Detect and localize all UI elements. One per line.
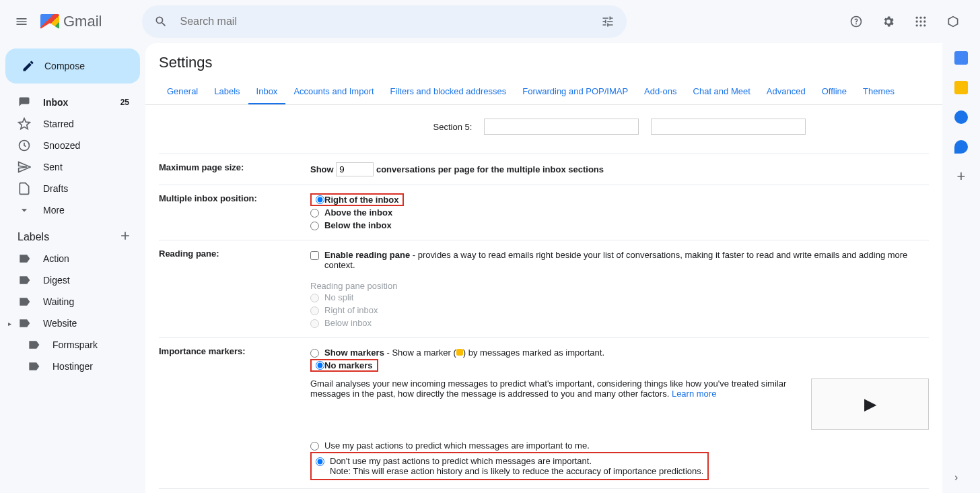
importance-video-thumb[interactable]: ▶: [811, 379, 929, 430]
pencil-icon: [22, 59, 35, 73]
sidebar-item-starred[interactable]: Starred: [0, 113, 145, 135]
dont-use-past-label: Don't use my past actions to predict whi…: [330, 456, 592, 466]
show-markers-desc2: ) by messages marked as important.: [463, 348, 604, 358]
dont-use-past-note: Note: This will erase action history and…: [330, 466, 703, 476]
plus-icon: [118, 229, 132, 242]
top-bar: Gmail: [0, 0, 980, 43]
svg-point-2: [923, 17, 925, 19]
account-cube-icon: [946, 15, 960, 28]
show-markers-label: Show markers: [324, 348, 384, 358]
sidebar-item-inbox[interactable]: Inbox 25: [0, 92, 145, 113]
section-5-label: Section 5:: [433, 122, 473, 132]
tab-general[interactable]: General: [159, 79, 206, 104]
tab-labels[interactable]: Labels: [206, 79, 248, 104]
hamburger-icon: [15, 15, 28, 28]
enable-reading-pane-desc: - provides a way to read emails right be…: [324, 250, 907, 270]
sidebar-item-sent[interactable]: Sent: [0, 156, 145, 178]
tab-themes[interactable]: Themes: [855, 79, 903, 104]
calendar-app-icon[interactable]: [954, 51, 968, 65]
multi-position-label: Multiple inbox position:: [159, 193, 310, 232]
label-website[interactable]: Website: [0, 313, 145, 334]
label-formspark[interactable]: Formspark: [0, 334, 145, 356]
label-text: Waiting: [43, 296, 74, 307]
top-icons: [843, 8, 975, 35]
label-digest[interactable]: Digest: [0, 269, 145, 291]
contacts-app-icon[interactable]: [954, 140, 968, 154]
search-bar[interactable]: [142, 5, 627, 38]
label-icon: [27, 338, 40, 352]
tasks-app-icon[interactable]: [954, 110, 968, 124]
gmail-logo-text: Gmail: [63, 13, 102, 30]
sidebar-item-snoozed[interactable]: Snoozed: [0, 135, 145, 156]
add-app-button[interactable]: +: [954, 170, 968, 183]
search-options-button[interactable]: [594, 15, 621, 28]
rp-nosplit-label: No split: [324, 292, 929, 302]
sidebar-item-label: Drafts: [43, 183, 68, 194]
label-text: Action: [43, 253, 69, 264]
tab-forwarding[interactable]: Forwarding and POP/IMAP: [514, 79, 636, 104]
send-icon: [18, 160, 31, 174]
rp-below-radio: [310, 319, 319, 328]
account-button[interactable]: [940, 8, 967, 35]
sidebar-item-label: Sent: [43, 162, 63, 172]
label-action[interactable]: Action: [0, 248, 145, 269]
label-waiting[interactable]: Waiting: [0, 291, 145, 313]
label-icon: [18, 273, 31, 287]
apps-button[interactable]: [907, 8, 934, 35]
help-icon: [849, 15, 863, 28]
label-icon: [27, 360, 40, 373]
support-button[interactable]: [843, 8, 870, 35]
importance-markers-label: Importance markers:: [159, 346, 310, 480]
sidebar-item-label: More: [43, 205, 65, 216]
multi-position-right-radio[interactable]: [316, 195, 324, 204]
no-markers-radio[interactable]: [316, 361, 324, 370]
enable-reading-pane-checkbox[interactable]: [310, 251, 319, 260]
label-icon: [18, 295, 31, 308]
gmail-logo[interactable]: Gmail: [40, 13, 102, 30]
sidebar-item-drafts[interactable]: Drafts: [0, 178, 145, 199]
svg-point-3: [916, 20, 918, 22]
inbox-count: 25: [120, 98, 129, 107]
label-icon: [18, 252, 31, 265]
label-hostinger[interactable]: Hostinger: [0, 356, 145, 377]
tab-addons[interactable]: Add-ons: [636, 79, 685, 104]
keep-app-icon[interactable]: [954, 81, 968, 94]
use-past-radio[interactable]: [310, 442, 319, 451]
search-input[interactable]: [174, 15, 594, 28]
settings-tabs: General Labels Inbox Accounts and Import…: [145, 79, 942, 105]
tune-icon: [601, 15, 615, 28]
tab-chat[interactable]: Chat and Meet: [685, 79, 759, 104]
tab-advanced[interactable]: Advanced: [759, 79, 814, 104]
max-page-size-label: Maximum page size:: [159, 162, 310, 176]
show-markers-radio[interactable]: [310, 349, 319, 358]
no-markers-label: No markers: [324, 360, 373, 370]
side-panel: + ›: [942, 43, 980, 493]
add-label-button[interactable]: [118, 229, 132, 245]
chevron-down-icon: [18, 203, 31, 217]
section-5-input-right[interactable]: [651, 119, 806, 135]
page-size-input[interactable]: [336, 162, 374, 176]
collapse-panel-button[interactable]: ›: [954, 471, 968, 485]
search-wrap: [142, 5, 627, 38]
learn-more-link[interactable]: Learn more: [672, 389, 716, 399]
tab-inbox[interactable]: Inbox: [248, 79, 286, 104]
sidebar-item-more[interactable]: More: [0, 199, 145, 221]
section-5-input-left[interactable]: [484, 119, 639, 135]
reading-pane-label: Reading pane:: [159, 249, 310, 329]
tab-accounts[interactable]: Accounts and Import: [285, 79, 382, 104]
settings-button[interactable]: [875, 8, 902, 35]
tab-offline[interactable]: Offline: [814, 79, 855, 104]
rp-nosplit-radio: [310, 294, 319, 302]
dont-use-past-radio[interactable]: [316, 457, 324, 466]
gear-icon: [882, 15, 895, 28]
labels-header: Labels: [0, 221, 145, 248]
svg-point-1: [919, 17, 921, 19]
tab-filters[interactable]: Filters and blocked addresses: [382, 79, 515, 104]
importance-marker-icon: [456, 349, 463, 356]
multi-position-below-radio[interactable]: [310, 222, 319, 230]
settings-title: Settings: [145, 43, 942, 79]
main-menu-button[interactable]: [5, 5, 38, 38]
svg-point-7: [919, 24, 921, 26]
multi-position-above-radio[interactable]: [310, 209, 319, 218]
compose-button[interactable]: Compose: [5, 48, 140, 84]
